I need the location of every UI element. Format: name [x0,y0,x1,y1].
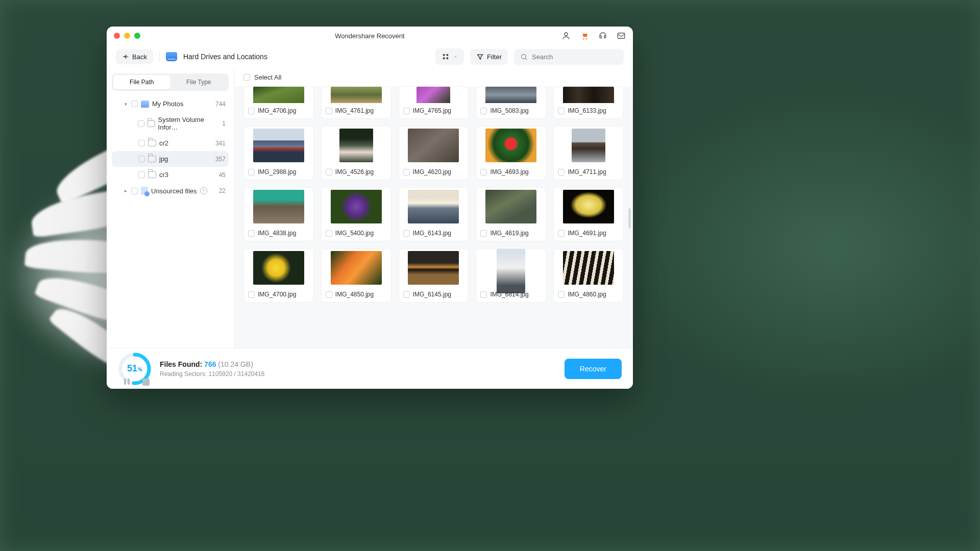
view-mode-button[interactable] [435,48,464,65]
file-card[interactable]: IMG_4526.jpg [321,126,391,180]
file-checkbox[interactable] [326,291,332,298]
file-card[interactable]: IMG_4761.jpg [321,86,391,119]
file-checkbox[interactable] [480,230,487,237]
file-card[interactable]: IMG_4619.jpg [476,187,546,241]
help-icon[interactable]: ? [200,187,207,194]
file-checkbox[interactable] [558,230,565,237]
file-card[interactable]: IMG_5083.jpg [476,86,546,119]
file-checkbox[interactable] [248,169,255,176]
tree-node-unsourced-files[interactable]: ▸Unsourced files?22 [112,183,229,199]
file-card[interactable]: IMG_4620.jpg [399,126,469,180]
thumbnail [554,127,623,164]
svg-point-8 [522,54,526,59]
file-checkbox[interactable] [558,291,565,298]
file-checkbox[interactable] [558,108,565,114]
file-card[interactable]: IMG_4691.jpg [553,187,624,241]
tree-checkbox[interactable] [138,140,145,146]
file-checkbox[interactable] [403,291,410,298]
tree-node-cr3[interactable]: cr345 [112,167,229,183]
file-card[interactable]: IMG_4850.jpg [321,248,391,303]
feedback-icon[interactable] [617,31,626,40]
arrow-left-icon [122,53,129,60]
tab-file-type[interactable]: File Type [170,75,228,89]
file-checkbox[interactable] [403,108,410,114]
recover-button[interactable]: Recover [565,359,622,379]
app-window: Wondershare Recoverit Back Hard Drives a… [107,27,633,389]
file-checkbox[interactable] [480,108,487,114]
file-card[interactable]: IMG_4838.jpg [243,187,314,241]
search-input[interactable] [532,53,618,61]
file-checkbox[interactable] [326,230,332,237]
tree-count: 357 [215,156,226,163]
file-card[interactable]: IMG_6814.jpg [476,248,546,303]
window-maximize-button[interactable] [134,33,140,39]
pause-button[interactable] [124,379,131,386]
file-checkbox[interactable] [403,230,410,237]
account-icon[interactable] [561,31,571,40]
file-checkbox[interactable] [326,169,332,176]
content-scrollbar[interactable] [628,208,631,229]
file-name: IMG_5400.jpg [335,230,374,237]
file-card[interactable]: IMG_5400.jpg [321,187,391,241]
titlebar: Wondershare Recoverit [107,27,633,45]
svg-point-0 [565,33,568,36]
unsourced-icon [141,187,148,195]
file-checkbox[interactable] [248,108,255,114]
file-card[interactable]: IMG_4711.jpg [553,126,624,180]
filter-button[interactable]: Filter [470,49,508,65]
file-card[interactable]: IMG_4700.jpg [243,248,314,303]
tree-node-cr2[interactable]: cr2341 [112,135,229,151]
file-card[interactable]: IMG_6143.jpg [399,187,469,241]
thumbnail [476,188,546,226]
file-name: IMG_5083.jpg [490,107,528,114]
thumbnail [554,188,623,226]
file-checkbox[interactable] [480,291,487,298]
file-name: IMG_4693.jpg [490,168,528,176]
tab-file-path[interactable]: File Path [113,75,170,89]
file-checkbox[interactable] [403,169,410,176]
cart-icon[interactable] [580,31,589,40]
caret-icon: ▸ [123,188,128,193]
thumbnail [476,249,546,287]
tree-checkbox[interactable] [138,156,145,162]
file-name: IMG_4838.jpg [258,230,296,237]
thumbnail [322,127,391,164]
file-card[interactable]: IMG_6145.jpg [399,248,469,303]
file-name: IMG_6143.jpg [413,230,451,237]
file-name: IMG_4706.jpg [258,107,296,114]
window-close-button[interactable] [114,33,120,39]
file-card[interactable]: IMG_4706.jpg [243,86,314,119]
file-card[interactable]: IMG_4765.jpg [399,86,469,119]
file-name: IMG_6814.jpg [490,291,528,298]
file-name: IMG_4619.jpg [490,230,528,237]
file-checkbox[interactable] [248,230,255,237]
tree-node-jpg[interactable]: jpg357 [112,151,229,167]
thumbnail [322,87,391,103]
window-minimize-button[interactable] [124,33,130,39]
support-icon[interactable] [598,31,607,40]
file-checkbox[interactable] [248,291,255,298]
back-button[interactable]: Back [116,49,153,64]
file-card[interactable]: IMG_2988.jpg [243,126,314,180]
file-checkbox[interactable] [558,169,565,176]
file-checkbox[interactable] [326,108,332,114]
file-name: IMG_4765.jpg [413,107,451,114]
file-card[interactable]: IMG_4860.jpg [553,248,624,303]
tree-node-system-volume-infor-[interactable]: System Volume Infor…1 [112,112,229,135]
thumbnail [476,87,546,103]
tree-node-my-photos[interactable]: ▾My Photos744 [112,96,229,112]
tree-checkbox[interactable] [138,171,145,178]
file-grid: IMG_4706.jpgIMG_4761.jpgIMG_4765.jpgIMG_… [243,86,624,303]
stop-button[interactable] [142,379,150,386]
file-name: IMG_4526.jpg [335,168,374,176]
tree-checkbox[interactable] [131,101,138,107]
select-all-checkbox[interactable] [243,74,250,81]
file-card[interactable]: IMG_4693.jpg [476,126,546,180]
search-field[interactable] [514,49,624,65]
search-icon [520,53,528,61]
file-name: IMG_2988.jpg [258,168,296,176]
tree-checkbox[interactable] [131,188,138,194]
file-card[interactable]: IMG_6133.jpg [553,86,624,119]
file-checkbox[interactable] [480,169,487,176]
tree-checkbox[interactable] [138,120,144,127]
